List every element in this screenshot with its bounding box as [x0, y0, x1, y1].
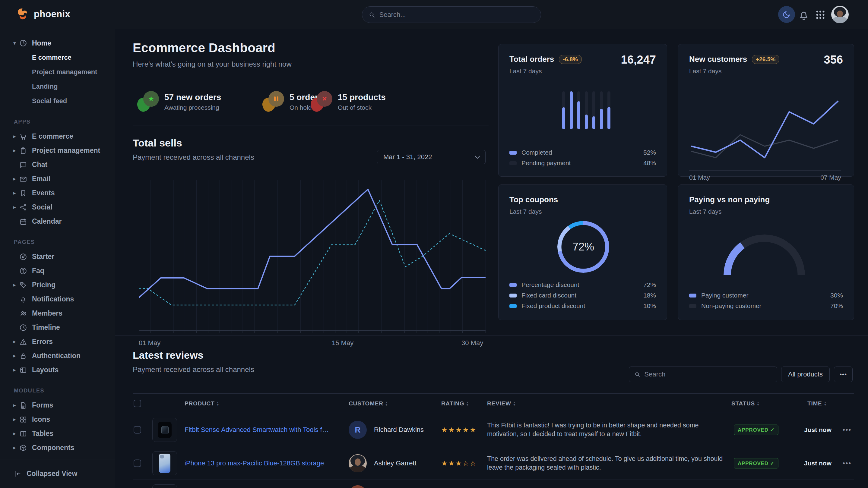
- sidebar-item-project-management-dashboard[interactable]: Project management: [0, 65, 115, 79]
- sidebar-item-landing[interactable]: Landing: [0, 79, 115, 94]
- x-icon: ✕: [322, 95, 327, 102]
- brand-logo[interactable]: phoenix: [16, 7, 70, 21]
- theme-toggle-button[interactable]: [778, 6, 795, 23]
- donut-center-label: 72%: [557, 221, 609, 273]
- select-all-checkbox[interactable]: [134, 400, 141, 407]
- latest-reviews-title: Latest reviews: [133, 349, 254, 361]
- total-orders-card: Total orders -6.8% 16,247 Last 7 days Co…: [498, 44, 667, 176]
- sidebar-item-chat[interactable]: Chat: [0, 158, 115, 172]
- lock-icon: [19, 352, 27, 360]
- moon-icon: [782, 10, 791, 19]
- sidebar-item-ecommerce[interactable]: ▸ E commerce: [0, 129, 115, 143]
- customer-avatar[interactable]: [349, 485, 367, 488]
- more-options-button[interactable]: •••: [834, 366, 852, 382]
- sidebar-item-pricing[interactable]: ▸ Pricing: [0, 278, 115, 292]
- product-thumbnail-iphone[interactable]: [152, 451, 177, 475]
- sidebar-section-pages: PAGES: [0, 237, 115, 247]
- caret-down-icon: ▾: [13, 40, 19, 46]
- row-menu-button[interactable]: •••: [843, 459, 851, 467]
- row-checkbox[interactable]: [134, 426, 141, 434]
- sidebar-item-social[interactable]: ▸ Social: [0, 200, 115, 214]
- sidebar-item-project-management[interactable]: ▸ Project management: [0, 143, 115, 158]
- user-avatar[interactable]: [831, 6, 849, 23]
- chat-icon: [19, 161, 27, 169]
- column-customer[interactable]: CUSTOMER▴▾: [349, 394, 388, 413]
- collapse-sidebar-button[interactable]: Collapsed View: [0, 459, 115, 488]
- column-review[interactable]: REVIEW▴▾: [487, 394, 516, 413]
- sidebar-item-notifications[interactable]: Notifications: [0, 292, 115, 306]
- sidebar-item-events[interactable]: ▸ Events: [0, 186, 115, 200]
- table-row: iPhone 13 pro max-Pacific Blue-128GB sto…: [133, 447, 854, 480]
- card-title: Total orders: [509, 55, 554, 64]
- customer-avatar[interactable]: R: [349, 421, 367, 439]
- column-status[interactable]: STATUS▴▾: [732, 394, 759, 413]
- notifications-bell-icon[interactable]: [798, 8, 810, 21]
- share-icon: [19, 203, 27, 211]
- compass-icon: [19, 253, 27, 261]
- date-range-select[interactable]: Mar 1 - 31, 2022: [377, 150, 486, 164]
- sidebar-item-ecommerce-dashboard[interactable]: E commerce: [0, 50, 115, 65]
- paying-gauge-chart: [723, 234, 805, 277]
- sidebar-item-members[interactable]: Members: [0, 306, 115, 320]
- caret-right-icon: ▸: [13, 190, 19, 196]
- sidebar-item-home[interactable]: ▾ Home: [0, 36, 115, 50]
- customer-cell: R Richard Dawkins: [349, 421, 424, 439]
- apps-grid-icon[interactable]: [815, 9, 826, 20]
- row-menu-button[interactable]: •••: [843, 426, 851, 434]
- bookmark-icon: [19, 189, 27, 197]
- caret-right-icon: ▸: [13, 445, 19, 451]
- sort-icon: ▴▾: [386, 401, 388, 406]
- column-time[interactable]: TIME▴▾: [807, 394, 826, 413]
- reviews-table-header: PRODUCT▴▾ CUSTOMER▴▾ RATING▴▾ REVIEW▴▾ S…: [133, 393, 854, 413]
- legend-fixed-product-discount: Fixed product discount 10%: [509, 302, 656, 310]
- sidebar-item-errors[interactable]: ▸ Errors: [0, 334, 115, 349]
- sidebar-item-faq[interactable]: Faq: [0, 264, 115, 278]
- total-sells-chart: [139, 180, 486, 334]
- new-customers-card: New customers +26.5% 356 Last 7 days 01 …: [678, 44, 854, 176]
- caret-right-icon: ▸: [13, 402, 19, 409]
- x-tick-01may: 01 May: [139, 339, 160, 347]
- product-thumbnail-fitbit[interactable]: [152, 418, 177, 442]
- caret-right-icon: ▸: [13, 133, 19, 139]
- reviews-search-input[interactable]: [645, 370, 772, 378]
- orders-bar-chart: [562, 91, 611, 129]
- row-checkbox[interactable]: [134, 460, 141, 467]
- all-products-button[interactable]: All products: [781, 366, 830, 382]
- legend-non-paying: Non-paying customer 70%: [689, 302, 843, 310]
- star-icon: ★: [148, 95, 154, 103]
- sidebar-item-icons[interactable]: ▸ Icons: [0, 412, 115, 426]
- product-link[interactable]: iPhone 13 pro max-Pacific Blue-128GB sto…: [185, 459, 329, 467]
- sidebar-item-authentication[interactable]: ▸ Authentication: [0, 349, 115, 363]
- column-rating[interactable]: RATING▴▾: [441, 394, 468, 413]
- sidebar-item-social-feed[interactable]: Social feed: [0, 94, 115, 108]
- search-input[interactable]: [379, 11, 534, 19]
- column-product[interactable]: PRODUCT▴▾: [185, 394, 219, 413]
- card-caption: Last 7 days: [509, 67, 656, 75]
- legend-paying: Paying customer 30%: [689, 292, 843, 299]
- caret-right-icon: ▸: [13, 416, 19, 423]
- reviews-search[interactable]: [629, 366, 777, 382]
- review-time: Just now: [804, 426, 832, 433]
- product-link[interactable]: Fitbit Sense Advanced Smartwatch with To…: [185, 426, 329, 434]
- customer-avatar[interactable]: [349, 454, 367, 472]
- sidebar-item-email[interactable]: ▸ Email: [0, 172, 115, 186]
- global-search[interactable]: [362, 6, 541, 23]
- review-text: The order was delivered ahead of schedul…: [487, 455, 725, 472]
- warning-icon: [19, 338, 27, 346]
- customer-cell: Ashley Garrett: [349, 454, 416, 472]
- sort-icon: ▴▾: [514, 401, 516, 406]
- page-subtitle: Here's what's going on at your business …: [133, 60, 292, 68]
- cart-icon: [19, 133, 27, 140]
- sidebar-section-modules: MODULES: [0, 386, 115, 396]
- sidebar-item-starter[interactable]: Starter: [0, 250, 115, 264]
- sidebar-item-components[interactable]: ▸ Components: [0, 441, 115, 455]
- sidebar-item-tables[interactable]: ▸ Tables: [0, 426, 115, 441]
- on-hold-icon: [262, 91, 284, 113]
- check-icon: ✓: [770, 427, 775, 433]
- product-thumbnail[interactable]: [152, 484, 177, 488]
- sidebar-item-timeline[interactable]: Timeline: [0, 320, 115, 334]
- search-icon: [634, 371, 640, 378]
- sidebar-item-calendar[interactable]: Calendar: [0, 214, 115, 228]
- sidebar-item-forms[interactable]: ▸ Forms: [0, 398, 115, 412]
- sidebar-item-layouts[interactable]: ▸ Layouts: [0, 363, 115, 377]
